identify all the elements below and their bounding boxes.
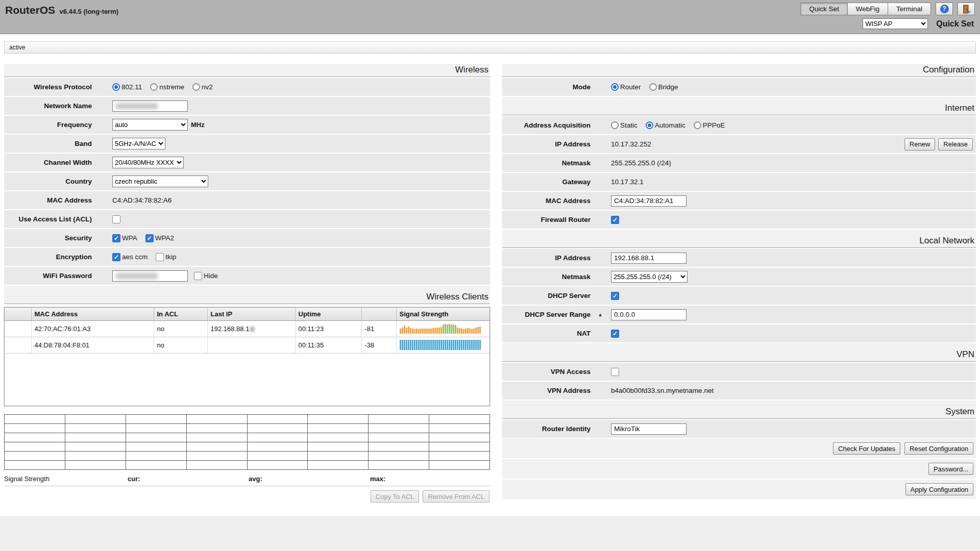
vpn-access-checkbox[interactable]	[611, 368, 619, 376]
collapse-triangle-icon[interactable]: ▲	[598, 312, 611, 317]
network-name-input[interactable]	[112, 101, 188, 112]
wpa2-checkbox[interactable]	[145, 234, 154, 242]
channel-width-label: Channel Width	[4, 159, 112, 166]
gateway-label: Gateway	[502, 178, 611, 186]
check-for-updates-button[interactable]: Check For Updates	[833, 442, 900, 455]
lan-netmask-row: Netmask 255.255.255.0 (/24)	[502, 268, 976, 286]
tkip-checkbox[interactable]	[156, 253, 164, 261]
local-network-heading: Local Network	[502, 230, 976, 248]
country-row: Country czech republic	[4, 172, 490, 190]
channel-width-row: Channel Width 20/40/80MHz XXXX	[4, 154, 490, 171]
copy-to-acl-button[interactable]: Copy To ACL	[371, 490, 420, 503]
quickset-profile-select[interactable]: WISP AP	[863, 18, 928, 29]
firewall-router-checkbox[interactable]	[611, 216, 619, 224]
router-identity-input[interactable]	[611, 423, 687, 435]
dhcp-range-input[interactable]	[611, 309, 687, 320]
signal-footer: Signal Strength cur: avg: max:	[4, 470, 490, 486]
vpn-heading: VPN	[502, 343, 976, 362]
col-header-mac[interactable]: MAC Address	[31, 308, 154, 320]
frequency-select[interactable]: auto	[112, 119, 188, 131]
password-row: Password...	[502, 459, 976, 479]
brand: RouterOS v6.44.5 (long-term)	[5, 3, 118, 16]
terminal-nav-button[interactable]: Terminal	[888, 3, 931, 15]
renew-button[interactable]: Renew	[904, 138, 935, 151]
wan-netmask-label: Netmask	[502, 159, 611, 167]
redacted-value	[115, 273, 158, 279]
remove-from-acl-button[interactable]: Remove From ACL	[423, 490, 489, 503]
gateway-row: Gateway 10.17.32.1	[502, 173, 976, 191]
system-heading: System	[502, 400, 976, 419]
wifi-password-input[interactable]	[112, 270, 188, 282]
client-row[interactable]: 44:D8:78:04:F8:01 no 00:11:35 -38	[5, 337, 489, 353]
logout-button[interactable]	[958, 3, 975, 15]
protocol-nv2-option-label: nv2	[202, 83, 213, 91]
dhcp-server-checkbox[interactable]	[611, 292, 619, 300]
reset-configuration-button[interactable]: Reset Configuration	[904, 442, 973, 455]
webfig-nav-button[interactable]: WebFig	[848, 3, 888, 15]
col-header-signal-db[interactable]	[361, 308, 396, 320]
password-button[interactable]: Password...	[928, 463, 973, 475]
dhcp-server-row: DHCP Server	[502, 287, 976, 305]
channel-width-select[interactable]: 20/40/80MHz XXXX	[112, 157, 184, 168]
wpa-option-label: WPA	[122, 234, 137, 242]
mode-router-radio[interactable]	[611, 83, 619, 91]
client-row[interactable]: 42:70:AC:76:01:A3 no 192.168.88.1 00:11:…	[5, 320, 489, 337]
protocol-80211-option-label: 802.11	[121, 83, 142, 91]
hide-option-label: Hide	[204, 272, 218, 280]
wpa-checkbox[interactable]	[112, 234, 120, 242]
client-mac: 42:70:AC:76:01:A3	[31, 320, 154, 337]
configuration-panel: Configuration Mode Router Bridge Interne…	[502, 64, 976, 500]
configuration-heading: Configuration	[502, 64, 976, 77]
wan-mac-input[interactable]	[611, 195, 687, 207]
lan-ip-input[interactable]	[611, 253, 687, 264]
system-buttons-row: Check For Updates Reset Configuration	[502, 439, 976, 458]
app-title: RouterOS	[5, 4, 55, 16]
col-header-lastip[interactable]: Last IP	[207, 308, 295, 320]
acq-automatic-radio[interactable]	[646, 121, 653, 129]
nat-label: NAT	[502, 330, 611, 337]
aes-ccm-option-label: aes ccm	[122, 253, 148, 261]
band-select[interactable]: 5GHz-A/N/AC	[112, 138, 165, 149]
apply-row: Apply Configuration	[502, 480, 976, 499]
acq-pppoe-radio[interactable]	[694, 121, 701, 129]
frequency-row: Frequency auto MHz	[4, 116, 490, 134]
wireless-mac-row: MAC Address C4:AD:34:78:82:A6	[4, 191, 490, 209]
wan-ip-value: 10.17.32.252	[611, 140, 651, 148]
col-header-select[interactable]	[5, 308, 31, 320]
protocol-nstreme-radio[interactable]	[150, 83, 158, 91]
col-header-inacl[interactable]: In ACL	[154, 308, 207, 320]
release-button[interactable]: Release	[938, 138, 973, 151]
vpn-access-label: VPN Access	[502, 368, 611, 375]
encryption-label: Encryption	[4, 253, 112, 261]
hide-password-checkbox[interactable]	[194, 272, 202, 280]
frequency-label: Frequency	[4, 121, 112, 129]
country-select[interactable]: czech republic	[112, 176, 208, 187]
help-button[interactable]: ?	[936, 3, 953, 15]
col-header-uptime[interactable]: Uptime	[295, 308, 361, 320]
wpa2-option-label: WPA2	[155, 234, 174, 242]
wan-netmask-row: Netmask 255.255.255.0 (/24)	[502, 154, 976, 172]
client-uptime: 00:11:23	[295, 320, 361, 337]
use-acl-checkbox[interactable]	[112, 215, 120, 223]
wan-mac-row: MAC Address	[502, 192, 976, 210]
protocol-nv2-radio[interactable]	[192, 83, 200, 91]
wan-ip-label: IP Address	[502, 140, 611, 148]
wireless-clients-table: MAC Address In ACL Last IP Uptime Signal…	[4, 307, 490, 406]
router-identity-row: Router Identity	[502, 420, 976, 438]
quickset-nav-button[interactable]: Quick Set	[800, 3, 848, 15]
wan-netmask-value: 255.255.255.0 (/24)	[611, 159, 671, 167]
nat-checkbox[interactable]	[611, 330, 619, 338]
encryption-row: Encryption aes ccm tkip	[4, 248, 490, 266]
acq-static-radio[interactable]	[611, 121, 619, 129]
aes-ccm-checkbox[interactable]	[112, 253, 120, 261]
col-header-signal[interactable]: Signal Strength	[396, 308, 489, 320]
clients-header-row: MAC Address In ACL Last IP Uptime Signal…	[5, 308, 489, 320]
top-bar: RouterOS v6.44.5 (long-term) Quick Set W…	[0, 0, 980, 34]
security-label: Security	[4, 234, 112, 242]
protocol-80211-radio[interactable]	[112, 83, 120, 91]
mode-router-option-label: Router	[620, 83, 641, 91]
mode-bridge-radio[interactable]	[649, 83, 657, 91]
lan-netmask-select[interactable]: 255.255.255.0 (/24)	[611, 271, 688, 283]
apply-configuration-button[interactable]: Apply Configuration	[905, 483, 973, 495]
address-acquisition-label: Address Acquisition	[502, 121, 611, 129]
